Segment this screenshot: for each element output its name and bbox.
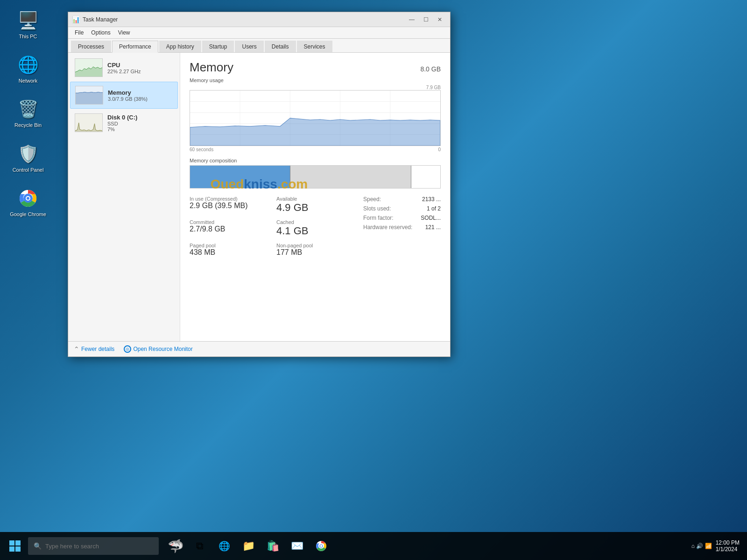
- taskbar-search-box[interactable]: 🔍: [28, 537, 159, 555]
- right-stats: Speed: 2133 ... Slots used: 1 of 2 Form …: [363, 196, 441, 257]
- sidebar-item-cpu[interactable]: CPU 22% 2.27 GHz: [70, 55, 178, 81]
- taskbar-mail[interactable]: ✉️: [286, 535, 308, 557]
- stat-hw-value: 121 ...: [425, 224, 441, 231]
- tab-users[interactable]: Users: [235, 41, 263, 52]
- taskbar-tray: ⌂ 🔊 📶 12:00 PM1/1/2024: [691, 539, 743, 553]
- recycle-bin-label: Recycle Bin: [14, 122, 42, 128]
- stat-form-row: Form factor: SODL...: [363, 215, 441, 221]
- task-manager-window: 📊 Task Manager — ☐ ✕ File Options View P…: [68, 12, 451, 357]
- tray-icons: ⌂ 🔊 📶: [691, 543, 712, 549]
- bottom-bar: ⌃ Fewer details ◎ Open Resource Monitor: [68, 341, 450, 357]
- desktop-icon-this-pc[interactable]: 🖥️ This PC: [9, 9, 47, 40]
- desktop-icons: 🖥️ This PC 🌐 Network 🗑️ Recycle Bin 🛡️ C…: [9, 9, 47, 217]
- memory-usage-chart: [190, 90, 441, 146]
- tray-clock: 12:00 PM1/1/2024: [716, 539, 740, 553]
- mail-icon: ✉️: [291, 540, 303, 552]
- stat-speed-label: Speed:: [363, 196, 381, 203]
- taskbar-chrome[interactable]: [310, 535, 332, 557]
- taskbar-cortana[interactable]: 🦈: [164, 535, 187, 557]
- taskbar-file-explorer[interactable]: 📁: [237, 535, 260, 557]
- main-content: CPU 22% 2.27 GHz M: [68, 53, 450, 341]
- cpu-thumb: [75, 58, 103, 77]
- desktop: 🖥️ This PC 🌐 Network 🗑️ Recycle Bin 🛡️ C…: [0, 0, 747, 560]
- menu-options[interactable]: Options: [87, 28, 114, 37]
- stat-committed: Committed 2.7/9.8 GB: [190, 219, 267, 237]
- stat-in-use-label: In use (Compressed): [190, 196, 267, 202]
- network-label: Network: [19, 78, 37, 84]
- open-resource-monitor-label: Open Resource Monitor: [133, 346, 192, 352]
- open-resource-monitor-button[interactable]: ◎ Open Resource Monitor: [124, 345, 192, 353]
- close-button[interactable]: ✕: [433, 14, 446, 25]
- tab-details[interactable]: Details: [265, 41, 296, 52]
- comp-free: [411, 166, 440, 188]
- title-bar: 📊 Task Manager — ☐ ✕: [68, 12, 450, 27]
- stat-cached-value: 4.1 GB: [276, 225, 354, 237]
- start-button[interactable]: [4, 535, 26, 557]
- sidebar-item-disk[interactable]: Disk 0 (C:) SSD 7%: [70, 110, 178, 136]
- stat-available: Available 4.9 GB: [276, 196, 354, 214]
- taskbar-task-view[interactable]: ⧉: [189, 535, 211, 557]
- search-input[interactable]: [45, 543, 153, 550]
- memory-thumb: [75, 86, 103, 105]
- edge-icon: 🌐: [218, 540, 230, 552]
- desktop-icon-network[interactable]: 🌐 Network: [9, 54, 47, 84]
- maximize-button[interactable]: ☐: [419, 14, 432, 25]
- tab-startup[interactable]: Startup: [202, 41, 234, 52]
- tab-services[interactable]: Services: [297, 41, 332, 52]
- panel-title: Memory: [190, 60, 233, 75]
- svg-marker-19: [190, 118, 440, 146]
- memory-panel: Memory 8.0 GB Memory usage 7.9 GB: [180, 53, 450, 341]
- minimize-button[interactable]: —: [405, 14, 418, 25]
- panel-header: Memory 8.0 GB: [190, 60, 441, 75]
- desktop-icon-recycle-bin[interactable]: 🗑️ Recycle Bin: [9, 98, 47, 128]
- this-pc-label: This PC: [19, 34, 37, 40]
- google-chrome-label: Google Chrome: [10, 211, 46, 217]
- chart-time-row: 60 seconds 0: [190, 147, 441, 152]
- menu-file[interactable]: File: [71, 28, 87, 37]
- tab-processes[interactable]: Processes: [71, 41, 111, 52]
- svg-point-22: [320, 545, 323, 547]
- taskbar-edge[interactable]: 🌐: [213, 535, 235, 557]
- memory-info: Memory 3.0/7.9 GB (38%): [108, 89, 173, 102]
- desktop-icon-google-chrome[interactable]: Google Chrome: [9, 187, 47, 217]
- composition-label: Memory composition: [190, 158, 441, 163]
- tab-app-history[interactable]: App history: [159, 41, 201, 52]
- menu-view[interactable]: View: [114, 28, 134, 37]
- stat-slots-row: Slots used: 1 of 2: [363, 205, 441, 212]
- stat-hw-label: Hardware reserved:: [363, 224, 412, 231]
- chart-zero-label: 0: [438, 147, 441, 152]
- stat-non-paged-value: 177 MB: [276, 248, 354, 257]
- taskbar-apps: 🦈 ⧉ 🌐 📁 🛍️ ✉️: [164, 535, 332, 557]
- chart-max-label: 7.9 GB: [190, 85, 441, 90]
- comp-standby: [290, 166, 410, 188]
- disk-info: Disk 0 (C:) SSD 7%: [107, 114, 173, 132]
- recycle-bin-icon: 🗑️: [17, 98, 39, 120]
- stat-in-use: In use (Compressed) 2.9 GB (39.5 MB): [190, 196, 267, 214]
- desktop-icon-control-panel[interactable]: 🛡️ Control Panel: [9, 143, 47, 173]
- fewer-details-button[interactable]: ⌃ Fewer details: [74, 345, 114, 353]
- fewer-details-label: Fewer details: [81, 346, 114, 352]
- google-chrome-icon: [17, 187, 39, 210]
- task-manager-icon: 📊: [72, 16, 80, 23]
- stat-form-value: SODL...: [421, 215, 441, 221]
- sidebar-item-memory[interactable]: Memory 3.0/7.9 GB (38%): [70, 82, 178, 109]
- stat-slots-label: Slots used:: [363, 205, 391, 212]
- tab-performance[interactable]: Performance: [112, 41, 158, 53]
- title-bar-title: Task Manager: [83, 16, 405, 23]
- control-panel-label: Control Panel: [13, 167, 44, 173]
- taskbar-store[interactable]: 🛍️: [261, 535, 284, 557]
- cortana-icon: 🦈: [168, 539, 184, 554]
- disk-value: 7%: [107, 126, 173, 132]
- panel-total: 8.0 GB: [420, 65, 441, 73]
- taskbar: 🔍 🦈 ⧉ 🌐 📁 🛍️ ✉️: [0, 532, 747, 560]
- file-explorer-icon: 📁: [242, 540, 255, 552]
- task-view-icon: ⧉: [196, 540, 204, 552]
- tab-bar: Processes Performance App history Startu…: [68, 39, 450, 53]
- cpu-value: 22% 2.27 GHz: [107, 69, 173, 74]
- stat-non-paged-label: Non-paged pool: [276, 243, 354, 248]
- sidebar: CPU 22% 2.27 GHz M: [68, 53, 180, 341]
- chrome-taskbar-icon: [316, 540, 327, 552]
- disk-thumb: [75, 113, 103, 132]
- chart-label: Memory usage: [190, 77, 441, 83]
- chart-time-label: 60 seconds: [190, 147, 213, 152]
